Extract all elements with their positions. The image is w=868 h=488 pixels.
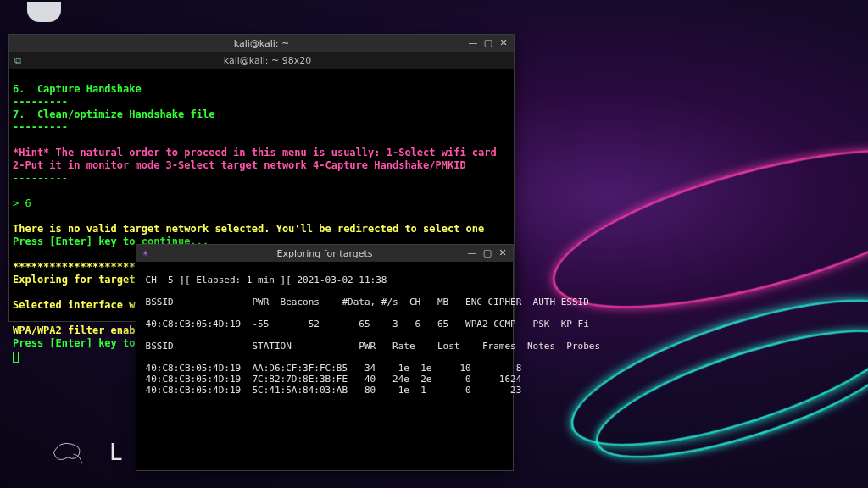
- term-prompt: > 6: [13, 197, 31, 209]
- airodump-columns-ap: BSSID PWR Beacons #Data, #/s CH MB ENC C…: [140, 297, 589, 308]
- airodump-output: CH 5 ][ Elapsed: 1 min ][ 2021-03-02 11:…: [136, 262, 513, 408]
- minimize-button[interactable]: —: [466, 36, 480, 48]
- airodump-header: CH 5 ][ Elapsed: 1 min ][ 2021-03-02 11:…: [140, 274, 387, 286]
- close-button[interactable]: ✕: [497, 36, 510, 48]
- close-button[interactable]: ✕: [496, 247, 509, 258]
- term-warning: There is no valid target network selecte…: [13, 223, 484, 235]
- terminal-cursor: [13, 352, 19, 363]
- new-tab-icon[interactable]: ⧉: [14, 54, 21, 67]
- maximize-button[interactable]: ▢: [481, 247, 494, 258]
- titlebar[interactable]: ✶ Exploring for targets — ▢ ✕: [136, 245, 513, 262]
- wallpaper-swoosh-cyan-1: [556, 269, 868, 476]
- table-row: 40:C8:CB:05:4D:19 -55 52 65 3 6 65 WPA2 …: [140, 319, 589, 330]
- window-title: Exploring for targets: [136, 247, 513, 260]
- table-row: 40:C8:CB:05:4D:19 5C:41:5A:84:03:AB -80 …: [140, 385, 521, 396]
- term-line: 6. Capture Handshake: [13, 83, 142, 95]
- panel-applet-icon[interactable]: [27, 2, 61, 22]
- table-row: 40:C8:CB:05:4D:19 7C:B2:7D:8E:3B:FE -40 …: [140, 374, 521, 385]
- desktop-logo-text: L: [109, 440, 123, 465]
- term-line: ---------: [13, 121, 68, 133]
- table-row: 40:C8:CB:05:4D:19 AA:D6:CF:3F:FC:B5 -34 …: [140, 363, 521, 374]
- minimize-button[interactable]: —: [465, 247, 479, 258]
- terminal-tab-label[interactable]: kali@kali: ~ 98x20: [26, 54, 509, 67]
- terminal-tabbar[interactable]: ⧉ kali@kali: ~ 98x20: [9, 52, 514, 69]
- desktop-logo: L: [51, 435, 123, 469]
- wallpaper-swoosh-cyan-2: [583, 304, 868, 485]
- term-line: ---------: [13, 96, 68, 108]
- terminal-window-targets[interactable]: ✶ Exploring for targets — ▢ ✕ CH 5 ][ El…: [136, 244, 514, 471]
- kali-dragon-icon: [51, 438, 85, 467]
- term-line: ---------: [13, 172, 68, 184]
- titlebar[interactable]: kali@kali: ~ — ▢ ✕: [9, 35, 514, 52]
- window-title: kali@kali: ~: [9, 37, 514, 50]
- airodump-columns-clients: BSSID STATION PWR Rate Lost Frames Notes…: [140, 341, 600, 352]
- term-line: 7. Clean/optimize Handshake file: [13, 108, 214, 120]
- maximize-button[interactable]: ▢: [481, 36, 495, 48]
- term-hint: *Hint* The natural order to proceed in t…: [13, 147, 509, 172]
